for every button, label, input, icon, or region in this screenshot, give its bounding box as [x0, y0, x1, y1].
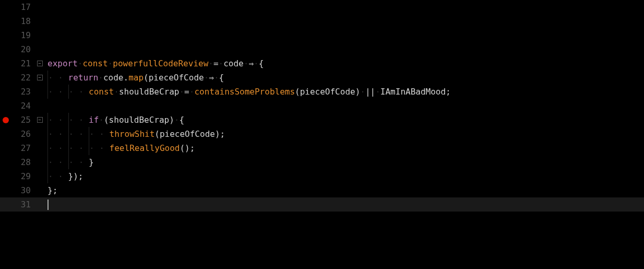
indent-guide: · ·	[47, 71, 68, 85]
code-line[interactable]: 28· · · · }	[0, 155, 644, 169]
token-kw-export: export	[47, 56, 78, 71]
line-number: 23	[11, 85, 35, 99]
token-punct: (	[144, 71, 149, 85]
token-ws: ·	[114, 85, 119, 99]
token-punct: }	[89, 155, 94, 169]
line-number: 24	[11, 99, 35, 113]
token-arrow: ⇒	[209, 71, 214, 85]
fold-gutter[interactable]: −	[35, 75, 44, 80]
code-line[interactable]: 25−· · · · if·(shouldBeCrap)·{	[0, 113, 644, 127]
token-fn-call: containsSomeProblems	[194, 85, 295, 99]
token-fn-def: powerfullCodeReview	[113, 56, 208, 71]
code-line[interactable]: 17	[0, 0, 644, 14]
fold-gutter[interactable]: −	[35, 61, 44, 66]
code-content[interactable]: · · · · · · feelReallyGood();	[44, 141, 195, 155]
token-param: code	[223, 56, 244, 71]
indent-guide: · ·	[68, 113, 89, 127]
code-content[interactable]: · · · · · · throwShit(pieceOfCode);	[44, 127, 225, 141]
indent-guide: · ·	[68, 127, 89, 141]
indent-guide: · ·	[68, 85, 89, 99]
indent-guide: · ·	[47, 85, 68, 99]
token-ws: ·	[174, 113, 180, 127]
breakpoint-icon[interactable]	[3, 117, 9, 123]
fold-gutter[interactable]: −	[35, 117, 44, 123]
code-content[interactable]	[44, 99, 47, 113]
fold-toggle-icon[interactable]: −	[37, 61, 43, 66]
line-number: 19	[11, 28, 35, 42]
token-param: pieceOfCode	[149, 71, 204, 85]
code-line[interactable]: 23· · · · const·shouldBeCrap·=·containsS…	[0, 85, 644, 99]
code-content[interactable]	[44, 42, 47, 56]
code-line[interactable]: 30};	[0, 183, 644, 197]
token-punct: ;	[446, 85, 451, 99]
token-punct: ;	[190, 141, 195, 155]
token-ws: ·	[98, 71, 103, 85]
code-line[interactable]: 24	[0, 99, 644, 113]
token-punct: )	[355, 85, 361, 99]
code-content[interactable]: · · });	[44, 169, 83, 183]
token-ws: ·	[99, 113, 104, 127]
code-content[interactable]: · · return·code.map(pieceOfCode·⇒·{	[44, 71, 224, 85]
line-number: 25	[11, 113, 35, 127]
token-punct: )	[169, 113, 174, 127]
code-content[interactable]: export·const·powerfullCodeReview·=·code·…	[44, 56, 264, 71]
token-punct: };	[47, 183, 57, 197]
line-number: 22	[11, 71, 35, 85]
code-content[interactable]: · · · · if·(shouldBeCrap)·{	[44, 113, 184, 127]
code-content[interactable]	[44, 197, 49, 212]
code-line[interactable]: 22−· · return·code.map(pieceOfCode·⇒·{	[0, 71, 644, 85]
code-line[interactable]: 29· · });	[0, 169, 644, 183]
code-line[interactable]: 27· · · · · · feelReallyGood();	[0, 141, 644, 155]
token-kw-if: if	[89, 113, 99, 127]
token-punct: ;	[220, 127, 225, 141]
token-ws: ·	[375, 85, 380, 99]
token-punct: (	[154, 127, 160, 141]
token-op: =	[184, 85, 189, 99]
token-ident: code	[103, 71, 124, 85]
indent-guide: · ·	[47, 141, 68, 155]
code-line[interactable]: 31	[0, 197, 644, 212]
line-number: 29	[11, 169, 35, 183]
token-punct: {	[179, 113, 184, 127]
code-content[interactable]	[44, 0, 47, 14]
code-line[interactable]: 26· · · · · · throwShit(pieceOfCode);	[0, 127, 644, 141]
breakpoint-gutter[interactable]	[0, 117, 11, 123]
indent-guide: · ·	[68, 141, 89, 155]
indent-guide: · ·	[68, 155, 89, 169]
code-line[interactable]: 19	[0, 28, 644, 42]
code-content[interactable]: · · · · const·shouldBeCrap·=·containsSom…	[44, 85, 451, 99]
token-method: map	[128, 71, 144, 85]
line-number: 28	[11, 155, 35, 169]
token-ws: ·	[78, 56, 83, 71]
code-content[interactable]: · · · · }	[44, 155, 94, 169]
line-number: 26	[11, 127, 35, 141]
token-punct: )	[215, 127, 220, 141]
code-line[interactable]: 18	[0, 14, 644, 28]
token-ident: shouldBeCrap	[119, 85, 180, 99]
token-punct: )	[185, 141, 190, 155]
token-ws: ·	[189, 85, 195, 99]
code-content[interactable]	[44, 14, 47, 28]
line-number: 17	[11, 0, 35, 14]
token-ws: ·	[219, 56, 224, 71]
token-ws: ·	[214, 71, 219, 85]
token-ws: ·	[244, 56, 249, 71]
indent-guide: · ·	[89, 141, 110, 155]
token-ws: ·	[208, 56, 213, 71]
code-editor[interactable]: 1718192021−export·const·powerfullCodeRev…	[0, 0, 644, 212]
code-content[interactable]: };	[44, 183, 57, 197]
code-line[interactable]: 21−export·const·powerfullCodeReview·=·co…	[0, 56, 644, 71]
line-number: 21	[11, 56, 35, 71]
token-ident: pieceOfCode	[300, 85, 355, 99]
line-number: 18	[11, 14, 35, 28]
token-punct: {	[219, 71, 224, 85]
token-punct: (	[104, 113, 109, 127]
line-number: 30	[11, 183, 35, 197]
line-number: 31	[11, 197, 35, 212]
token-arrow: ⇒	[248, 56, 254, 71]
fold-toggle-icon[interactable]: −	[37, 117, 43, 123]
code-line[interactable]: 20	[0, 42, 644, 56]
code-content[interactable]	[44, 28, 47, 42]
fold-toggle-icon[interactable]: −	[37, 75, 43, 80]
token-ws: ·	[204, 71, 209, 85]
